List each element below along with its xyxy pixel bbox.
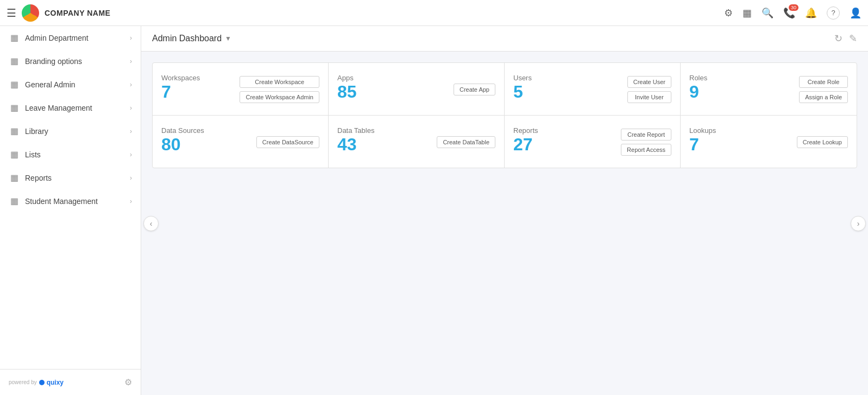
chevron-right-icon: › [130, 104, 132, 112]
card-number: 9 [689, 82, 799, 102]
sidebar-item-label: Branding options [25, 57, 82, 66]
chevron-right-icon: › [130, 34, 132, 42]
sidebar-item-label: Library [25, 127, 48, 136]
card-label: Lookups [689, 126, 797, 135]
dashboard-title[interactable]: Admin Dashboard ▼ [152, 34, 231, 43]
report-access-button[interactable]: Report Access [621, 144, 671, 156]
card-number: 5 [513, 82, 627, 102]
layout-icon[interactable]: ▦ [743, 7, 752, 19]
content-header: Admin Dashboard ▼ ↻ ✎ [141, 26, 868, 52]
sidebar-item-student-management[interactable]: ▦ Student Management › [0, 189, 141, 213]
card-reports: Reports 27 Create Report Report Access [505, 116, 681, 168]
sidebar-footer: powered by quixy ⚙ [0, 369, 141, 395]
create-lookup-button[interactable]: Create Lookup [797, 136, 848, 148]
hamburger-icon[interactable]: ☰ [7, 7, 16, 20]
sidebar-item-label: Admin Department [25, 34, 89, 42]
card-lookups: Lookups 7 Create Lookup [681, 116, 857, 168]
sidebar-item-branding-options[interactable]: ▦ Branding options › [0, 49, 141, 73]
content-area: Admin Dashboard ▼ ↻ ✎ ‹ Workspaces 7 [141, 26, 868, 395]
card-label: Reports [513, 126, 621, 135]
sidebar-item-label: General Admin [25, 80, 76, 89]
calls-badge: 30 [789, 4, 798, 11]
nav-arrow-right[interactable]: › [851, 216, 866, 231]
calls-icon[interactable]: 📞 30 [783, 7, 795, 19]
card-number: 7 [689, 135, 797, 155]
create-report-button[interactable]: Create Report [621, 129, 671, 141]
sidebar: ▦ Admin Department › ▦ Branding options … [0, 26, 141, 395]
create-role-button[interactable]: Create Role [799, 76, 848, 88]
top-nav: ☰ COMPANY NAME ⚙ ▦ 🔍 📞 30 🔔 ? 👤 [0, 0, 868, 26]
create-workspace-button[interactable]: Create Workspace [240, 76, 319, 88]
sidebar-item-lists[interactable]: ▦ Lists › [0, 143, 141, 166]
bell-icon[interactable]: 🔔 [805, 7, 817, 19]
dashboard-body: ‹ Workspaces 7 Create Workspace Create W… [141, 52, 868, 395]
create-app-button[interactable]: Create App [454, 84, 495, 95]
chevron-right-icon: › [130, 128, 132, 135]
card-workspaces: Workspaces 7 Create Workspace Create Wor… [153, 63, 329, 116]
sidebar-settings-icon[interactable]: ⚙ [124, 377, 132, 387]
card-data-sources: Data Sources 80 Create DataSource [153, 116, 329, 168]
dashboard-title-text: Admin Dashboard [152, 34, 222, 43]
edit-icon[interactable]: ✎ [849, 33, 857, 44]
card-label: Roles [689, 74, 799, 82]
chevron-right-icon: › [130, 58, 132, 65]
card-number: 43 [337, 135, 437, 155]
card-number: 85 [337, 82, 454, 102]
title-dropdown-icon[interactable]: ▼ [225, 35, 231, 42]
sidebar-item-admin-department[interactable]: ▦ Admin Department › [0, 26, 141, 49]
sidebar-item-general-admin[interactable]: ▦ General Admin › [0, 73, 141, 96]
sidebar-item-label: Lists [25, 150, 41, 159]
help-icon[interactable]: ? [827, 7, 840, 20]
create-datasource-button[interactable]: Create DataSource [256, 136, 319, 148]
card-label: Data Sources [161, 126, 256, 135]
lists-icon: ▦ [10, 149, 18, 160]
user-icon[interactable]: 👤 [850, 7, 861, 19]
chevron-right-icon: › [130, 81, 132, 88]
leave-management-icon: ▦ [10, 103, 18, 113]
admin-department-icon: ▦ [10, 33, 18, 43]
sidebar-item-reports[interactable]: ▦ Reports › [0, 166, 141, 189]
card-label: Users [513, 74, 627, 82]
card-label: Apps [337, 74, 454, 82]
create-user-button[interactable]: Create User [627, 76, 671, 88]
sidebar-item-label: Leave Management [25, 104, 92, 112]
card-data-tables: Data Tables 43 Create DataTable [329, 116, 505, 168]
assign-role-button[interactable]: Assign a Role [799, 91, 848, 103]
chevron-right-icon: › [130, 151, 132, 158]
company-logo [22, 4, 39, 22]
card-users: Users 5 Create User Invite User [505, 63, 681, 116]
card-label: Workspaces [161, 74, 240, 82]
card-number: 27 [513, 135, 621, 155]
create-workspace-admin-button[interactable]: Create Workspace Admin [240, 91, 319, 103]
sidebar-item-leave-management[interactable]: ▦ Leave Management › [0, 96, 141, 119]
card-apps: Apps 85 Create App [329, 63, 505, 116]
sidebar-item-label: Reports [25, 174, 52, 182]
quixy-logo-dot [39, 380, 45, 385]
chevron-right-icon: › [130, 197, 132, 205]
powered-by-label: powered by [9, 379, 37, 385]
reports-icon: ▦ [10, 173, 18, 183]
card-number: 7 [161, 82, 240, 102]
chevron-right-icon: › [130, 174, 132, 182]
sidebar-item-label: Student Management [25, 197, 98, 206]
settings-icon[interactable]: ⚙ [724, 7, 733, 19]
card-label: Data Tables [337, 126, 437, 135]
search-icon[interactable]: 🔍 [762, 7, 773, 19]
student-management-icon: ▦ [10, 196, 18, 206]
library-icon: ▦ [10, 126, 18, 136]
invite-user-button[interactable]: Invite User [627, 91, 671, 103]
nav-arrow-left[interactable]: ‹ [143, 216, 159, 231]
refresh-icon[interactable]: ↻ [834, 33, 842, 44]
create-datatable-button[interactable]: Create DataTable [437, 136, 495, 148]
dashboard-cards-grid: Workspaces 7 Create Workspace Create Wor… [152, 62, 857, 168]
card-number: 80 [161, 135, 256, 155]
sidebar-item-library[interactable]: ▦ Library › [0, 119, 141, 143]
general-admin-icon: ▦ [10, 79, 18, 90]
branding-options-icon: ▦ [10, 56, 18, 66]
card-roles: Roles 9 Create Role Assign a Role [681, 63, 857, 116]
quixy-logo-text: quixy [47, 379, 64, 386]
company-name: COMPANY NAME [45, 9, 110, 17]
